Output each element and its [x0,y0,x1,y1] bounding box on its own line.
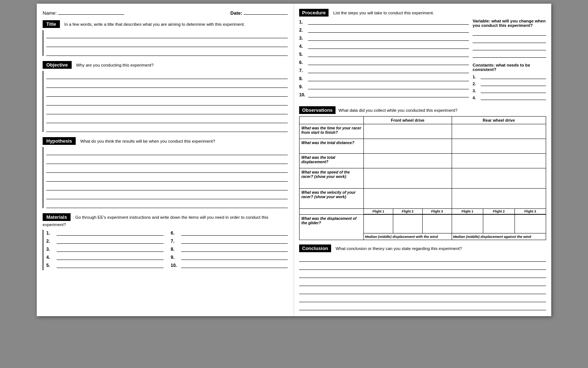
mat-line-9[interactable] [181,254,288,260]
hyp-line-1[interactable] [46,147,288,155]
step-line-3[interactable] [308,35,469,41]
var-line-3[interactable] [473,44,546,50]
hypothesis-writing-lines [43,147,288,208]
mat-item-5: 5. [46,262,164,268]
step-num-3: 3. [299,36,308,41]
mat-line-6[interactable] [181,230,288,236]
conc-line-5[interactable] [299,287,546,294]
step-line-8[interactable] [308,75,469,81]
step-line-9[interactable] [308,83,469,89]
const-item-2: 2. [473,81,546,86]
const-line-2[interactable] [481,81,546,86]
fwd-flight1-label: Flight 1 [364,209,393,214]
var-line-2[interactable] [473,37,546,43]
step-line-5[interactable] [308,51,469,57]
conc-line-4[interactable] [299,279,546,286]
obs-data-time-rwd[interactable] [452,124,546,139]
mat-line-2[interactable] [57,238,164,244]
step-line-1[interactable] [308,19,469,25]
mat-num-9: 9. [171,255,181,260]
const-num-2: 2. [473,82,481,86]
mat-num-6: 6. [171,231,181,236]
const-line-4[interactable] [481,95,546,100]
hyp-line-2[interactable] [46,156,288,164]
obj-line-1[interactable] [46,71,288,79]
conc-line-1[interactable] [299,254,546,262]
mat-line-3[interactable] [57,246,164,252]
conc-line-3[interactable] [299,271,546,278]
glider-rwd-f1[interactable] [452,215,483,233]
mat-line-4[interactable] [57,254,164,260]
glider-rwd-f2[interactable] [483,215,514,233]
obs-row-velocity: What was the velocity of your racer? (sh… [300,189,546,209]
conclusion-section: Conclusion What conclusion or theory can… [299,244,546,310]
glider-rwd-f3[interactable] [515,215,546,233]
const-line-3[interactable] [481,88,546,93]
hyp-line-7[interactable] [46,200,288,208]
materials-col-2: 6. 7. 8. 9. 10. [171,230,288,270]
conc-line-7[interactable] [299,303,546,310]
glider-fwd-f2[interactable] [393,215,423,233]
obj-line-2[interactable] [46,80,288,88]
mat-line-10[interactable] [181,262,288,268]
obs-data-velocity-fwd[interactable] [364,189,452,209]
glider-fwd-f3[interactable] [423,215,452,233]
hyp-line-6[interactable] [46,191,288,199]
obs-data-distance-fwd[interactable] [364,139,452,154]
obj-line-4[interactable] [46,97,288,106]
obs-data-time-fwd[interactable] [364,124,452,139]
proc-step-7: 7. [299,67,469,73]
const-item-1: 1. [473,74,546,79]
materials-instruction: Go through EE's experiment instructions … [43,215,268,227]
step-line-4[interactable] [308,43,469,49]
hyp-line-4[interactable] [46,174,288,182]
obs-data-displacement-fwd[interactable] [364,154,452,168]
obj-line-3[interactable] [46,89,288,97]
title-line-3[interactable] [46,48,288,56]
date-line[interactable] [244,14,288,15]
observations-header-row: Observations What data did you collect w… [299,106,546,114]
obs-label-velocity: What was the velocity of your racer? (sh… [300,189,364,209]
hyp-line-3[interactable] [46,165,288,173]
obs-data-distance-rwd[interactable] [452,139,546,154]
obj-line-7[interactable] [46,124,288,132]
mat-num-3: 3. [46,247,57,252]
step-line-7[interactable] [308,67,469,73]
hypothesis-section-header: Hypothesis What do you think the results… [43,137,288,145]
mat-item-6: 6. [171,230,288,236]
obs-row-distance: What was the total distance? [300,139,546,154]
obs-data-speed-fwd[interactable] [364,168,452,189]
mat-line-7[interactable] [181,238,288,244]
proc-step-5: 5. [299,51,469,57]
fwd-flight2-label: Flight 2 [393,209,423,214]
mat-line-5[interactable] [57,262,164,268]
title-line-2[interactable] [46,39,288,47]
obs-glider-rwd-subheader-cell: Flight 1 Flight 2 Flight 3 [452,209,546,215]
mat-item-10: 10. [171,262,288,268]
obs-glider-subheader-row: Flight 1 Flight 2 Flight 3 Flight 1 Flig… [300,209,546,215]
var-line-1[interactable] [473,30,546,36]
obj-line-6[interactable] [46,115,288,123]
mat-line-8[interactable] [181,246,288,252]
name-line[interactable] [58,14,124,15]
conc-line-6[interactable] [299,295,546,302]
obj-line-5[interactable] [46,106,288,114]
date-field: Date: [230,10,288,16]
obs-data-displacement-rwd[interactable] [452,154,546,168]
hyp-line-5[interactable] [46,182,288,190]
obs-data-velocity-rwd[interactable] [452,189,546,209]
glider-fwd-f1[interactable] [364,215,393,233]
mat-num-2: 2. [46,239,57,244]
title-line-1[interactable] [46,30,288,38]
var-line-4[interactable] [473,52,546,58]
step-line-10[interactable] [308,92,469,97]
proc-step-6: 6. [299,59,469,65]
conclusion-header-row: Conclusion What conclusion or theory can… [299,244,546,252]
step-line-6[interactable] [308,59,469,65]
conc-line-2[interactable] [299,262,546,270]
const-line-1[interactable] [481,74,546,79]
obs-data-speed-rwd[interactable] [452,168,546,189]
mat-line-1[interactable] [57,230,164,236]
step-line-2[interactable] [308,27,469,33]
obs-glider-row: What was the displacement of the glider?… [300,215,546,240]
